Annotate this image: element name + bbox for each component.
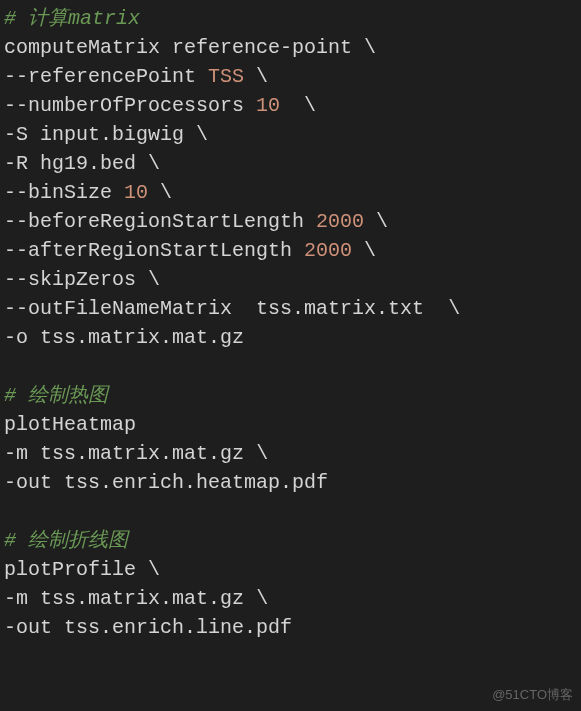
code-token-text: mat: [172, 587, 208, 610]
code-token-number: 2000: [304, 239, 352, 262]
code-line: plotHeatmap: [4, 410, 581, 439]
code-token-text: heatmap: [196, 471, 280, 494]
code-line: --referencePoint TSS \: [4, 62, 581, 91]
code-line: --binSize 10 \: [4, 178, 581, 207]
watermark: @51CTO博客: [492, 686, 573, 705]
code-token-punct: \: [256, 587, 268, 610]
code-token-text: plotProfile: [4, 558, 148, 581]
code-token-punct: \: [196, 123, 208, 146]
code-token-punct: \: [256, 65, 268, 88]
code-token-punct: \: [364, 239, 376, 262]
code-token-text: point: [292, 36, 364, 59]
code-token-punct: .: [280, 471, 292, 494]
code-token-text: bigwig: [112, 123, 196, 146]
code-token-text: [352, 239, 364, 262]
code-token-punct: .: [184, 471, 196, 494]
code-token-punct: .: [244, 616, 256, 639]
code-token-punct: \: [148, 152, 160, 175]
code-token-text: referencePoint: [28, 65, 208, 88]
code-token-text: out tss: [16, 616, 100, 639]
code-line: -m tss.matrix.mat.gz \: [4, 439, 581, 468]
code-token-keyword: TSS: [208, 65, 244, 88]
code-line: plotProfile \: [4, 555, 581, 584]
code-token-punct: \: [376, 210, 388, 233]
code-token-punct: .: [88, 152, 100, 175]
code-token-punct: .: [208, 326, 220, 349]
code-token-text: outFileNameMatrix tss: [28, 297, 292, 320]
code-token-text: gz: [220, 587, 256, 610]
code-token-text: mat: [172, 442, 208, 465]
code-token-number: 10: [124, 181, 148, 204]
code-token-text: skipZeros: [28, 268, 148, 291]
code-token-text: pdf: [256, 616, 292, 639]
code-token-text: matrix: [88, 442, 160, 465]
code-token-comment: # 计算matrix: [4, 7, 140, 30]
code-token-punct: --: [4, 65, 28, 88]
code-line: # 计算matrix: [4, 4, 581, 33]
code-token-punct: .: [100, 123, 112, 146]
code-token-punct: \: [448, 297, 460, 320]
code-token-text: afterRegionStartLength: [28, 239, 304, 262]
code-token-text: gz: [220, 326, 244, 349]
code-token-punct: .: [100, 616, 112, 639]
code-token-punct: .: [208, 587, 220, 610]
code-token-punct: .: [76, 442, 88, 465]
code-token-punct: .: [208, 442, 220, 465]
code-line: # 绘制折线图: [4, 526, 581, 555]
code-token-punct: \: [160, 181, 172, 204]
code-token-text: pdf: [292, 471, 328, 494]
code-token-number: 2000: [316, 210, 364, 233]
code-token-punct: -: [4, 123, 16, 146]
code-token-punct: --: [4, 297, 28, 320]
code-line: --afterRegionStartLength 2000 \: [4, 236, 581, 265]
code-line: -o tss.matrix.mat.gz: [4, 323, 581, 352]
code-token-punct: .: [160, 442, 172, 465]
code-token-punct: .: [376, 297, 388, 320]
code-token-text: m tss: [16, 587, 76, 610]
code-token-text: binSize: [28, 181, 124, 204]
code-token-punct: --: [4, 268, 28, 291]
code-line: --skipZeros \: [4, 265, 581, 294]
code-token-text: enrich: [112, 471, 184, 494]
code-line: # 绘制热图: [4, 381, 581, 410]
code-token-text: [364, 210, 376, 233]
code-token-punct: .: [184, 616, 196, 639]
code-token-text: out tss: [16, 471, 100, 494]
code-token-text: [244, 65, 256, 88]
code-token-comment: # 绘制热图: [4, 384, 108, 407]
code-line: --beforeRegionStartLength 2000 \: [4, 207, 581, 236]
code-token-text: R hg19: [16, 152, 88, 175]
code-token-text: [148, 181, 160, 204]
code-token-text: matrix: [88, 587, 160, 610]
code-token-punct: .: [76, 587, 88, 610]
code-token-punct: \: [148, 558, 160, 581]
code-token-punct: -: [4, 152, 16, 175]
code-token-text: computeMatrix reference: [4, 36, 280, 59]
code-line: -out tss.enrich.heatmap.pdf: [4, 468, 581, 497]
code-token-text: o tss: [16, 326, 76, 349]
code-line: [4, 352, 581, 381]
code-token-text: beforeRegionStartLength: [28, 210, 316, 233]
code-token-text: numberOfProcessors: [28, 94, 256, 117]
code-token-text: m tss: [16, 442, 76, 465]
code-token-punct: --: [4, 181, 28, 204]
code-token-text: txt: [388, 297, 448, 320]
code-token-text: matrix: [304, 297, 376, 320]
code-line: -S input.bigwig \: [4, 120, 581, 149]
code-token-punct: \: [304, 94, 316, 117]
code-line: --numberOfProcessors 10 \: [4, 91, 581, 120]
code-line: computeMatrix reference-point \: [4, 33, 581, 62]
code-token-punct: .: [76, 326, 88, 349]
code-token-punct: --: [4, 94, 28, 117]
code-token-punct: -: [4, 616, 16, 639]
code-token-text: S input: [16, 123, 100, 146]
code-block: # 计算matrixcomputeMatrix reference-point …: [4, 4, 581, 642]
code-token-text: line: [196, 616, 244, 639]
code-token-number: 10: [256, 94, 280, 117]
code-token-punct: .: [292, 297, 304, 320]
code-line: --outFileNameMatrix tss.matrix.txt \: [4, 294, 581, 323]
code-token-punct: .: [100, 471, 112, 494]
code-token-text: gz: [220, 442, 256, 465]
code-token-punct: -: [4, 587, 16, 610]
code-token-text: plotHeatmap: [4, 413, 136, 436]
